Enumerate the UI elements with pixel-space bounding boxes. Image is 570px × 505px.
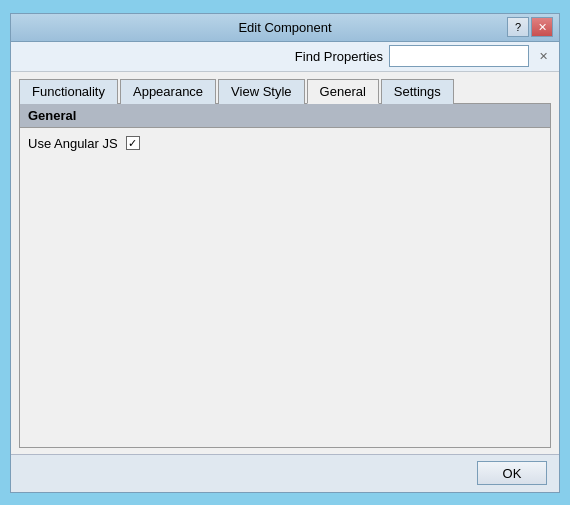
tab-general[interactable]: General (307, 79, 379, 104)
panel-general: General Use Angular JS ✓ (19, 104, 551, 448)
find-input[interactable] (389, 45, 529, 67)
help-button[interactable]: ? (507, 17, 529, 37)
find-label: Find Properties (295, 49, 383, 64)
tab-functionality[interactable]: Functionality (19, 79, 118, 104)
use-angular-js-label: Use Angular JS (28, 136, 118, 151)
use-angular-js-checkbox[interactable]: ✓ (126, 136, 140, 150)
tab-bar: Functionality Appearance View Style Gene… (19, 78, 551, 104)
edit-component-window: Edit Component ? ✕ Find Properties ✕ Fun… (10, 13, 560, 493)
section-header: General (20, 104, 550, 128)
tab-settings[interactable]: Settings (381, 79, 454, 104)
title-bar: Edit Component ? ✕ (11, 14, 559, 42)
window-close-button[interactable]: ✕ (531, 17, 553, 37)
title-buttons: ? ✕ (507, 17, 553, 37)
ok-button[interactable]: OK (477, 461, 547, 485)
toolbar: Find Properties ✕ (11, 42, 559, 72)
panel-content: Use Angular JS ✓ (20, 128, 550, 447)
content-area: Functionality Appearance View Style Gene… (11, 72, 559, 454)
tab-appearance[interactable]: Appearance (120, 79, 216, 104)
window-title: Edit Component (63, 20, 507, 35)
find-clear-button[interactable]: ✕ (535, 48, 551, 64)
footer: OK (11, 454, 559, 492)
tab-view-style[interactable]: View Style (218, 79, 304, 104)
use-angular-js-row: Use Angular JS ✓ (28, 136, 542, 151)
